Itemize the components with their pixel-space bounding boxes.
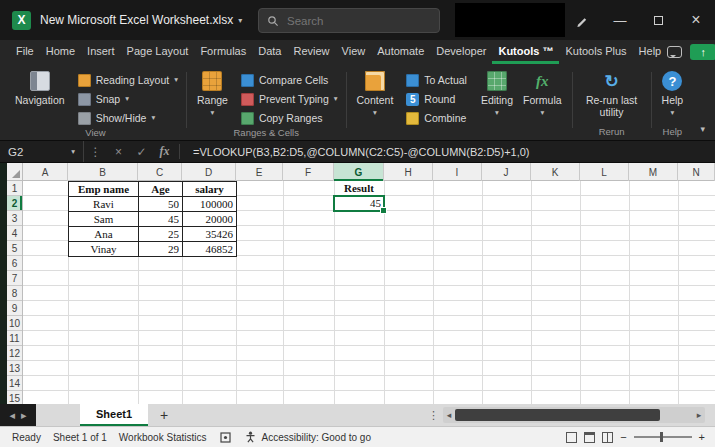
range-button[interactable]: Range ▾ xyxy=(192,69,233,119)
minimize-button[interactable]: — xyxy=(601,0,639,40)
maximize-button[interactable] xyxy=(639,0,677,40)
row-header-13[interactable]: 13 xyxy=(7,361,22,376)
tab-help[interactable]: Help xyxy=(633,40,668,64)
grid-body[interactable]: Emp name Age salary Ravi 50 100000 Sam 4… xyxy=(23,181,715,404)
column-header-J[interactable]: J xyxy=(482,163,531,181)
page-break-preview-icon[interactable] xyxy=(602,432,613,443)
insert-function-button[interactable]: fx xyxy=(153,144,176,159)
row-header-11[interactable]: 11 xyxy=(7,331,22,346)
column-header-H[interactable]: H xyxy=(384,163,433,181)
cell-D1[interactable]: salary xyxy=(183,182,237,197)
scroll-right-arrow[interactable]: ▸ xyxy=(693,410,705,420)
accessibility-icon[interactable] xyxy=(245,431,256,443)
sheet-tab-sheet1[interactable]: Sheet1 xyxy=(80,404,148,426)
horizontal-scrollbar[interactable]: ◂ ▸ xyxy=(443,407,705,423)
sheet-bar-overflow-icon[interactable]: ⋮ xyxy=(428,404,439,426)
column-header-L[interactable]: L xyxy=(580,163,629,181)
page-layout-view-icon[interactable] xyxy=(584,432,595,443)
zoom-slider-thumb[interactable] xyxy=(660,432,663,442)
horizontal-scrollbar-thumb[interactable] xyxy=(455,409,660,421)
cell-C1[interactable]: Age xyxy=(139,182,183,197)
cell-D3[interactable]: 20000 xyxy=(183,212,237,227)
to-actual-button[interactable]: To Actual xyxy=(403,72,470,88)
scroll-left-arrow[interactable]: ◂ xyxy=(443,410,455,420)
show-hide-button[interactable]: Show/Hide ▾ xyxy=(75,110,181,126)
excel-app-icon[interactable]: X xyxy=(12,11,31,30)
formula-bar-options-icon[interactable]: ⋮ xyxy=(84,145,107,159)
navigation-button[interactable]: Navigation xyxy=(10,69,70,108)
column-header-G[interactable]: G xyxy=(334,163,384,181)
search-input[interactable] xyxy=(285,14,415,28)
row-header-10[interactable]: 10 xyxy=(7,316,22,331)
normal-view-icon[interactable] xyxy=(566,432,577,443)
copy-ranges-button[interactable]: Copy Ranges xyxy=(238,110,341,126)
tab-page-layout[interactable]: Page Layout xyxy=(121,40,195,64)
cell-C3[interactable]: 45 xyxy=(139,212,183,227)
macro-record-icon[interactable] xyxy=(220,432,231,443)
zoom-out-button[interactable]: − xyxy=(620,431,626,443)
tab-formulas[interactable]: Formulas xyxy=(194,40,252,64)
window-title-dropdown[interactable]: New Microsoft Excel Worksheet.xlsx ▾ xyxy=(40,13,242,27)
cell-G1-result-label[interactable]: Result xyxy=(334,181,384,196)
tab-data[interactable]: Data xyxy=(252,40,287,64)
rerun-last-utility-button[interactable]: ↻ Re-run last utility xyxy=(578,69,646,120)
row-header-7[interactable]: 7 xyxy=(7,271,22,286)
row-header-15[interactable]: 15 xyxy=(7,391,22,404)
cell-D2[interactable]: 100000 xyxy=(183,197,237,212)
name-box[interactable]: G2 ▾ xyxy=(0,141,84,162)
draw-button[interactable] xyxy=(563,0,601,40)
select-all-button[interactable] xyxy=(7,163,23,181)
compare-cells-button[interactable]: Compare Cells xyxy=(238,72,341,88)
tab-kutools[interactable]: Kutools ™ xyxy=(492,40,559,64)
column-header-N[interactable]: N xyxy=(678,163,715,181)
next-sheet-button[interactable]: ▸ xyxy=(21,409,27,422)
row-header-1[interactable]: 1 xyxy=(7,181,22,196)
row-header-14[interactable]: 14 xyxy=(7,376,22,391)
cell-B4[interactable]: Ana xyxy=(69,227,139,242)
cell-D4[interactable]: 35426 xyxy=(183,227,237,242)
column-header-A[interactable]: A xyxy=(23,163,68,181)
share-button[interactable]: ↑ xyxy=(690,44,715,60)
reading-layout-button[interactable]: Reading Layout ▾ xyxy=(75,72,181,88)
column-header-I[interactable]: I xyxy=(433,163,482,181)
row-header-8[interactable]: 8 xyxy=(7,286,22,301)
zoom-slider[interactable] xyxy=(634,436,692,438)
tab-home[interactable]: Home xyxy=(40,40,81,64)
column-header-F[interactable]: F xyxy=(283,163,334,181)
cell-C2[interactable]: 50 xyxy=(139,197,183,212)
cell-C5[interactable]: 29 xyxy=(139,242,183,257)
cell-B2[interactable]: Ravi xyxy=(69,197,139,212)
previous-sheet-button[interactable]: ◂ xyxy=(9,409,15,422)
tab-automate[interactable]: Automate xyxy=(371,40,430,64)
column-header-K[interactable]: K xyxy=(531,163,580,181)
close-button[interactable]: × xyxy=(677,0,715,40)
column-header-D[interactable]: D xyxy=(182,163,236,181)
confirm-entry-button[interactable]: ✓ xyxy=(130,145,153,159)
row-header-3[interactable]: 3 xyxy=(7,211,22,226)
help-button[interactable]: ? Help ▾ xyxy=(657,69,689,119)
tab-file[interactable]: File xyxy=(10,40,40,64)
cell-D5[interactable]: 46852 xyxy=(183,242,237,257)
column-header-E[interactable]: E xyxy=(236,163,283,181)
tab-review[interactable]: Review xyxy=(287,40,335,64)
column-header-M[interactable]: M xyxy=(629,163,678,181)
editing-button[interactable]: Editing ▾ xyxy=(476,69,518,119)
row-header-5[interactable]: 5 xyxy=(7,241,22,256)
comments-button[interactable] xyxy=(667,46,682,58)
workbook-statistics[interactable]: Workbook Statistics xyxy=(119,432,207,443)
cell-B5[interactable]: Vinay xyxy=(69,242,139,257)
row-header-6[interactable]: 6 xyxy=(7,256,22,271)
search-box[interactable] xyxy=(258,8,440,33)
row-header-12[interactable]: 12 xyxy=(7,346,22,361)
cell-C4[interactable]: 25 xyxy=(139,227,183,242)
tab-developer[interactable]: Developer xyxy=(430,40,492,64)
new-sheet-button[interactable]: + xyxy=(148,404,180,426)
tab-insert[interactable]: Insert xyxy=(81,40,121,64)
combine-button[interactable]: Combine xyxy=(403,110,470,126)
selected-cell-G2[interactable]: 45 xyxy=(333,195,385,212)
zoom-in-button[interactable]: + xyxy=(699,431,705,443)
cell-B1[interactable]: Emp name xyxy=(69,182,139,197)
accessibility-status[interactable]: Accessibility: Good to go xyxy=(261,432,371,443)
formula-input[interactable] xyxy=(191,145,715,159)
tab-view[interactable]: View xyxy=(336,40,372,64)
